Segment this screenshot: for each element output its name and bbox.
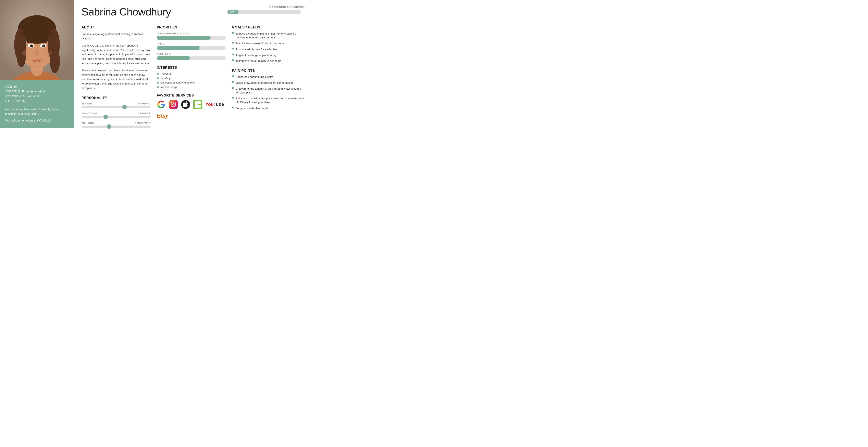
bullet-dot bbox=[232, 32, 234, 34]
service-icons-row: Tube YouTube Etsy bbox=[157, 100, 226, 119]
bullet-dot bbox=[232, 106, 234, 108]
persona-name: Sabrina Chowdhury bbox=[82, 6, 171, 18]
interests-section: INTERESTS Traveling Reading Collecting a… bbox=[157, 66, 226, 89]
about-para1: Sabrina is a young professional residing… bbox=[82, 32, 151, 41]
slider-labels-thinking: THINKING PERCEIVING bbox=[82, 122, 151, 124]
bullet-dot bbox=[157, 86, 159, 88]
priority-bar-low-maintenance bbox=[157, 36, 226, 40]
gardening-progress-fill: 15% bbox=[227, 10, 239, 14]
priorities-title: PRIORITIES bbox=[157, 25, 226, 29]
mid-column: PRIORITIES LOW MAINTENANCE LEVEL PRICE A… bbox=[157, 25, 226, 132]
priority-label-low-maintenance: LOW MAINTENANCE LEVEL bbox=[157, 32, 226, 35]
gardening-progress-label: 15% bbox=[229, 10, 235, 13]
goals-title: GOALS / NEEDS bbox=[232, 25, 305, 29]
about-para3: She wants to expand her plant collection… bbox=[82, 68, 151, 90]
favorite-services-section: FAVORITE SERVICES bbox=[157, 93, 226, 119]
priority-label-price: PRICE bbox=[157, 42, 226, 45]
pain-item-sunlight: Unaware of the amount of sunlight and wa… bbox=[232, 87, 305, 95]
bullet-dot bbox=[232, 87, 234, 89]
goals-section: GOALS / NEEDS To have a variety of plant… bbox=[232, 25, 305, 63]
personality-slider-thinking: THINKING PERCEIVING bbox=[82, 122, 151, 128]
slider-track-thinking[interactable] bbox=[82, 126, 151, 128]
about-para2: Due to COVID-19, Sabrina has been spendi… bbox=[82, 43, 151, 65]
svg-point-15 bbox=[44, 45, 45, 46]
slider-right-sensing: INTUITIVE bbox=[138, 102, 151, 105]
favorite-services-title: FAVORITE SERVICES bbox=[157, 93, 226, 98]
interest-item-traveling: Traveling bbox=[157, 72, 226, 75]
slider-right-analytical: CREATIVE bbox=[138, 112, 151, 115]
priority-bar-fill-price bbox=[157, 46, 199, 50]
slider-thumb-thinking bbox=[107, 124, 112, 129]
profile-photo bbox=[0, 0, 74, 80]
priority-bar-fill-low-maintenance bbox=[157, 36, 211, 40]
goal-item-calm: To cultivate a sense of calm in her home bbox=[232, 42, 305, 45]
goal-item-air: To improve the air quality in her home bbox=[232, 59, 305, 63]
pain-item-forgets: Forgets to water her plants bbox=[232, 106, 305, 110]
bullet-dot bbox=[232, 75, 234, 77]
slider-thumb-analytical bbox=[103, 115, 108, 119]
bullet-dot bbox=[157, 82, 159, 84]
bullet-dot bbox=[232, 42, 234, 44]
slider-left-analytical: ANALYTICAL bbox=[82, 112, 98, 115]
personality-slider-sensing: SENSING INTUITIVE bbox=[82, 102, 151, 108]
goals-list: To have a variety of plants in her home,… bbox=[232, 32, 305, 63]
bullet-dot bbox=[232, 81, 234, 83]
age-stat: AGE: 26 bbox=[5, 85, 69, 88]
bullet-dot bbox=[157, 77, 159, 79]
svg-point-20 bbox=[173, 104, 175, 105]
goal-item-care: To successfully care for each plant bbox=[232, 47, 305, 52]
priority-bar-price bbox=[157, 46, 226, 50]
priorities-section: PRIORITIES LOW MAINTENANCE LEVEL PRICE A… bbox=[157, 25, 226, 60]
bullet-dot bbox=[232, 54, 234, 56]
slider-track-sensing[interactable] bbox=[82, 106, 151, 108]
pain-item-killing: Concerned about killing plant(s) bbox=[232, 75, 305, 79]
svg-point-12 bbox=[30, 44, 33, 47]
personality-slider-analytical: ANALYTICAL CREATIVE bbox=[82, 112, 151, 118]
personality-title: PERSONALITY bbox=[82, 96, 151, 100]
youtube-icon[interactable]: Tube YouTube bbox=[206, 100, 224, 109]
interest-item-plants: Collecting a variety of plants bbox=[157, 81, 226, 84]
svg-point-17 bbox=[43, 50, 52, 56]
pain-points-section: PAIN POINTS Concerned about killing plan… bbox=[232, 69, 305, 110]
sidebar: AGE: 26 JOB TITLE: Financial Analyst LOC… bbox=[0, 0, 74, 161]
pain-points-title: PAIN POINTS bbox=[232, 69, 305, 73]
slider-labels-analytical: ANALYTICAL CREATIVE bbox=[82, 112, 151, 115]
apple-icon[interactable] bbox=[181, 100, 190, 109]
etsy-icon[interactable]: Etsy bbox=[157, 112, 168, 119]
slider-track-analytical[interactable] bbox=[82, 116, 151, 118]
interest-item-interior: Interior Design bbox=[157, 86, 226, 89]
google-icon[interactable] bbox=[157, 100, 166, 109]
houzz-icon[interactable] bbox=[193, 100, 202, 109]
right-column: GOALS / NEEDS To have a variety of plant… bbox=[232, 25, 305, 132]
personality-section: PERSONALITY SENSING INTUITIVE ANALYTICAL… bbox=[82, 96, 151, 128]
job-stat: JOB TITLE: Financial Analyst bbox=[5, 90, 69, 93]
svg-point-16 bbox=[22, 50, 31, 56]
bullet-dot bbox=[232, 59, 234, 61]
location-stat: LOCATION: Toronto, ON bbox=[5, 94, 69, 98]
priority-bar-aesthetic bbox=[157, 56, 226, 60]
pain-item-reluctant: Reluctant to build on her plant collecti… bbox=[232, 97, 305, 104]
gardening-progress-bar: 15% bbox=[227, 10, 301, 14]
goal-item-knowledge: To gain knowledge of plant-caring bbox=[232, 54, 305, 57]
bio-text: Novice houseplant owner. Currently has a… bbox=[5, 107, 69, 123]
slider-left-thinking: THINKING bbox=[82, 122, 94, 124]
instagram-icon[interactable] bbox=[169, 100, 178, 109]
interests-title: INTERESTS bbox=[157, 66, 226, 70]
pain-points-list: Concerned about killing plant(s) Lacks k… bbox=[232, 75, 305, 110]
columns-layout: ABOUT Sabrina is a young professional re… bbox=[82, 25, 305, 132]
svg-rect-19 bbox=[171, 102, 176, 107]
sidebar-info: AGE: 26 JOB TITLE: Financial Analyst LOC… bbox=[0, 80, 74, 128]
svg-point-9 bbox=[17, 47, 26, 67]
slider-left-sensing: SENSING bbox=[82, 102, 93, 105]
gardening-experience: GARDENING EXPERIENCE 15% bbox=[227, 6, 305, 14]
about-title: ABOUT bbox=[82, 25, 151, 29]
slider-right-thinking: PERCEIVING bbox=[135, 122, 151, 124]
bullet-dot bbox=[157, 73, 159, 75]
interest-item-reading: Reading bbox=[157, 76, 226, 79]
goal-item-variety: To have a variety of plants in her home,… bbox=[232, 32, 305, 40]
slider-labels-sensing: SENSING INTUITIVE bbox=[82, 102, 151, 105]
svg-point-21 bbox=[175, 103, 175, 104]
bullet-dot bbox=[232, 47, 234, 50]
gardening-exp-label: GARDENING EXPERIENCE bbox=[227, 6, 305, 8]
priority-bar-fill-aesthetic bbox=[157, 56, 190, 60]
